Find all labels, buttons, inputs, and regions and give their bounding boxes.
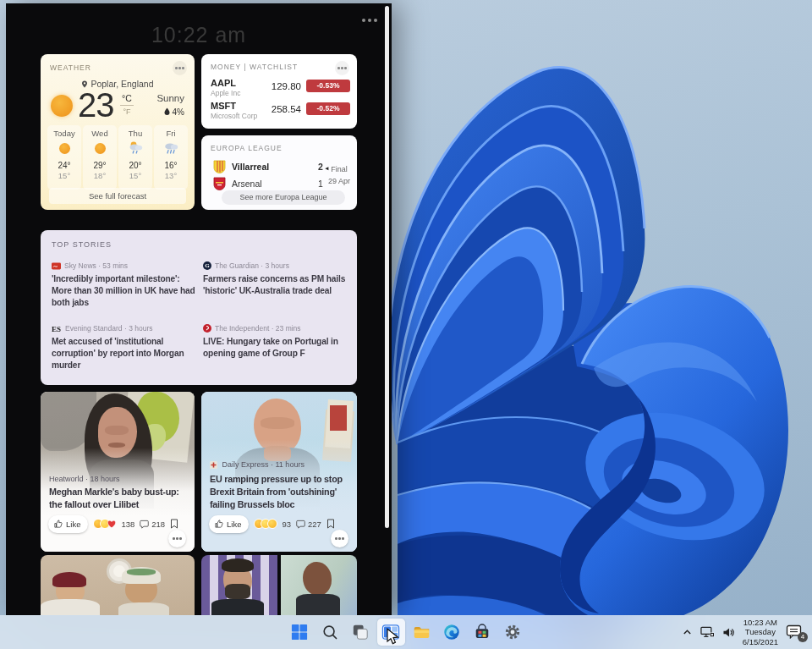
weather-menu-icon[interactable]: [173, 61, 187, 75]
rain-icon: [154, 140, 188, 159]
mouse-cursor: [386, 628, 400, 646]
weather-location: Poplar, England: [41, 79, 195, 89]
droplet-icon: [164, 107, 170, 115]
article-title: Meghan Markle's baby bust-up: the fallou…: [49, 486, 189, 511]
notification-badge: 4: [798, 632, 808, 642]
news-card-partial[interactable]: [201, 555, 357, 615]
widgets-panel: 10:22 am WEATHER Poplar, England 23 °C °…: [6, 3, 392, 615]
notification-button[interactable]: 4: [786, 624, 804, 640]
forecast-day[interactable]: Wed 29° 18°: [83, 125, 117, 190]
network-icon[interactable]: [700, 626, 715, 638]
sun-showers-icon: [118, 140, 152, 159]
weather-condition: Sunny: [156, 93, 184, 103]
story-item[interactable]: ESEvening Standard · 3 hours Met accused…: [52, 324, 200, 371]
top-stories-widget[interactable]: TOP STORIES Sky News · 53 mins 'Incredib…: [41, 230, 357, 385]
daily-express-icon: [210, 461, 217, 470]
money-header: MONEY | WATCHLIST: [211, 63, 298, 71]
svg-text:G: G: [205, 262, 210, 269]
celsius-unit[interactable]: °C: [118, 93, 135, 103]
task-view-button[interactable]: [347, 619, 375, 646]
sunny-icon: [83, 140, 117, 159]
story-item[interactable]: Sky News · 53 mins 'Incredibly important…: [52, 261, 200, 309]
precipitation: 4%: [164, 107, 184, 117]
news-card-partial[interactable]: [41, 555, 195, 615]
match-status: Final 29 Apr: [328, 164, 350, 187]
sports-header: EUROPA LEAGUE: [211, 144, 283, 152]
comments-button[interactable]: 218: [140, 520, 165, 529]
panel-scrollbar[interactable]: [385, 6, 389, 528]
thumbs-up-icon: [54, 520, 63, 528]
news-card[interactable]: Heatworld · 18 hours Meghan Markle's bab…: [41, 392, 195, 552]
file-explorer-button[interactable]: [408, 619, 436, 646]
wallpaper-bloom: [372, 47, 812, 643]
tray-chevron-icon[interactable]: [682, 627, 693, 638]
sunny-icon: [51, 95, 73, 117]
comment-icon: [140, 520, 149, 529]
top-stories-header: TOP STORIES: [52, 240, 112, 249]
money-menu-icon[interactable]: [335, 61, 349, 75]
taskbar: 10:23 AM Tuesday 6/15/2021 4: [0, 615, 812, 649]
edge-button[interactable]: [438, 619, 466, 646]
forecast-day[interactable]: Thu 20° 15°: [118, 125, 152, 190]
start-button[interactable]: [286, 619, 314, 646]
comments-button[interactable]: 227: [296, 520, 321, 529]
sky-news-icon: [52, 262, 61, 272]
bookmark-icon[interactable]: [170, 519, 178, 529]
the-independent-icon: [203, 324, 211, 334]
card-options-icon[interactable]: [331, 530, 348, 547]
thumbs-up-icon: [215, 520, 223, 528]
see-more-europa-league-button[interactable]: See more Europa League: [222, 190, 345, 205]
fahrenheit-unit[interactable]: °F: [118, 107, 135, 116]
news-card[interactable]: Daily Express · 11 hours EU ramping pres…: [201, 392, 357, 552]
stock-change-badge: -0.53%: [306, 80, 350, 92]
widgets-content: WEATHER Poplar, England 23 °C °F Sunny 4…: [41, 54, 357, 615]
sunny-icon: [47, 140, 81, 159]
reactions[interactable]: 93: [254, 519, 291, 529]
weather-header: WEATHER: [50, 63, 91, 72]
panel-options-icon[interactable]: [368, 19, 371, 22]
reactions[interactable]: 138: [93, 519, 134, 529]
forecast-day[interactable]: Fri 16° 13°: [154, 125, 188, 190]
forecast-day[interactable]: Today 24° 15°: [47, 125, 81, 190]
store-button[interactable]: [469, 619, 497, 646]
article-byline: Daily Express · 11 hours: [210, 460, 352, 470]
article-title: EU ramping pressure up to stop Brexit Br…: [210, 473, 352, 511]
stock-row[interactable]: MSFT Microsoft Corp 258.54 -0.52%: [211, 101, 350, 121]
evening-standard-icon: ES: [52, 325, 62, 334]
weather-widget[interactable]: WEATHER Poplar, England 23 °C °F Sunny 4…: [41, 54, 195, 210]
article-byline: Heatworld · 18 hours: [49, 475, 189, 483]
search-button[interactable]: [316, 619, 344, 646]
current-temperature: 23: [78, 86, 114, 124]
story-item[interactable]: GThe Guardian · 3 hours Farmers raise co…: [203, 261, 352, 297]
money-watchlist-widget[interactable]: MONEY | WATCHLIST AAPL Apple Inc 129.80 …: [201, 54, 357, 129]
desktop: 10:22 am WEATHER Poplar, England 23 °C °…: [0, 0, 812, 649]
volume-icon[interactable]: [722, 627, 735, 638]
heart-reaction-icon: [107, 519, 117, 529]
like-button[interactable]: Like: [209, 515, 249, 533]
story-item[interactable]: The Independent · 23 mins LIVE: Hungary …: [203, 324, 352, 360]
like-button[interactable]: Like: [48, 515, 88, 533]
card-options-icon[interactable]: [168, 530, 186, 547]
villarreal-crest-icon: [213, 160, 226, 173]
bookmark-icon[interactable]: [326, 519, 335, 529]
the-guardian-icon: G: [203, 261, 211, 272]
see-full-forecast-button[interactable]: See full forecast: [49, 188, 186, 204]
comment-icon: [296, 520, 305, 529]
tray-clock[interactable]: 10:23 AM Tuesday 6/15/2021: [743, 618, 778, 646]
widgets-clock: 10:22 am: [6, 23, 392, 47]
settings-button[interactable]: [499, 619, 527, 646]
stock-change-badge: -0.52%: [306, 102, 350, 115]
stock-row[interactable]: AAPL Apple Inc 129.80 -0.53%: [211, 78, 350, 98]
europa-league-widget[interactable]: EUROPA LEAGUE Villarreal 2 ◂ Arsenal 1 F…: [201, 135, 357, 210]
svg-text:ES: ES: [52, 325, 61, 333]
arsenal-crest-icon: [213, 177, 226, 190]
